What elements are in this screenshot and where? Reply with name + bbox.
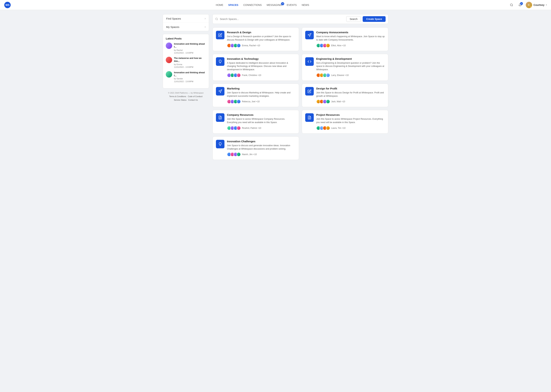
space-icon-company-announcements: [305, 31, 314, 39]
space-members: Ricahrd, Patrick +10: [227, 126, 296, 130]
spaces-grid: Research & Design Got a Design & Researc…: [213, 27, 388, 160]
space-icon-project-resources: [305, 113, 314, 122]
sidebar-nav: Find Spaces › My Spaces ›: [163, 14, 209, 31]
footer-contact-us[interactable]: Contact Us: [188, 99, 198, 101]
member-avatars: [227, 43, 241, 48]
space-card-innovation-technology[interactable]: Innovation & Technology A Space dedicate…: [213, 54, 299, 81]
member-names: Niamh, Jim +10: [242, 153, 257, 156]
navbar-right: 15 C Courtney ▾: [509, 2, 547, 8]
space-name: Design for Profit: [316, 87, 385, 90]
footer-code-of-conduct[interactable]: Code of Conduct: [188, 95, 202, 98]
nav-events[interactable]: EVENTS: [287, 4, 297, 7]
post-avatar-sandar: [166, 71, 172, 77]
search-button[interactable]: Search: [346, 16, 361, 22]
space-description: A Space dedicated to intelligent discuss…: [227, 61, 296, 71]
member-avatar: [237, 43, 241, 48]
space-name: Company Annoucements: [316, 31, 385, 34]
footer-copyright: © 2021 Shift Platforms — by Whitespace: [163, 91, 209, 95]
post-date: 11/01/2022 - 13:00PM: [174, 66, 206, 69]
navbar: WS HOME SPACES CONNECTIONS MESSAGING15 E…: [0, 0, 551, 10]
space-card-company-resources[interactable]: Company Resources Join this Space to ace…: [213, 110, 299, 133]
member-avatars: [316, 43, 330, 48]
footer-service-status[interactable]: Service Status: [174, 99, 187, 101]
member-names: Elliot, Alice +10: [331, 44, 346, 47]
space-icon-research-design: [216, 31, 224, 39]
member-avatars: [316, 99, 330, 104]
member-names: Larry, Eleanor +10: [331, 74, 349, 77]
space-description: Got a Design & Research question or prob…: [227, 35, 296, 42]
my-spaces-label: My Spaces: [166, 25, 179, 28]
user-profile[interactable]: C Courtney ▾: [526, 2, 547, 8]
search-icon: [510, 3, 513, 7]
space-members: Larry, Eleanor +10: [316, 73, 385, 77]
search-bar: Search Create Space: [213, 14, 388, 24]
post-title: The metaverse and how we thin...: [174, 57, 206, 63]
space-name: Research & Design: [227, 31, 296, 34]
space-members: Jack, Matt +10: [316, 99, 385, 104]
space-card-research-design[interactable]: Research & Design Got a Design & Researc…: [213, 27, 299, 51]
space-description: Got a Engineering & Development question…: [316, 61, 385, 71]
my-spaces-chevron-right-icon: ›: [205, 25, 206, 28]
post-meta: by Rachel: [174, 49, 206, 52]
space-description: Join this Space to discuss Design for Pr…: [316, 91, 385, 98]
search-input-icon: [215, 18, 218, 21]
member-avatars: [227, 152, 241, 156]
space-description: Join this Space to acess Whitespace Proj…: [316, 117, 385, 124]
messaging-badge: 15: [281, 2, 284, 5]
space-members: Emma, Rachel +10: [227, 43, 296, 48]
notifications-button[interactable]: 15: [517, 2, 523, 8]
svg-line-1: [512, 6, 513, 6]
member-names: Frank, Christine +10: [242, 74, 261, 77]
space-card-design-for-profit[interactable]: Design for Profit Join this Space to dis…: [302, 84, 388, 107]
space-members: Rebecca, Joel +10: [227, 99, 296, 104]
space-name: Marketing: [227, 87, 296, 90]
online-status-dot: [530, 7, 532, 8]
footer-terms[interactable]: Terms & Conditions: [169, 95, 186, 98]
space-icon-engineering-development: [305, 57, 314, 66]
member-avatars: [316, 126, 330, 130]
app-logo[interactable]: WS: [4, 2, 11, 8]
post-title: Innovation and thinking ahead f...: [174, 71, 206, 77]
space-card-project-resources[interactable]: Project Resources Join this Space to ace…: [302, 110, 388, 133]
sidebar-item-my-spaces[interactable]: My Spaces ›: [163, 23, 209, 31]
member-avatars: [227, 73, 241, 77]
space-card-company-announcements[interactable]: Company Annoucements Want to know what's…: [302, 27, 388, 51]
list-item[interactable]: Innovation and thinking ahead f... by Sa…: [166, 71, 206, 83]
nav-connections[interactable]: CONNECTIONS: [243, 4, 262, 7]
space-card-innovation-challenges[interactable]: Innovation Challenges Join Space to disc…: [213, 136, 299, 160]
member-avatar: [326, 99, 330, 104]
find-spaces-label: Find Spaces: [166, 17, 181, 20]
space-card-engineering-development[interactable]: Engineering & Development Got a Engineer…: [302, 54, 388, 81]
space-members: Laura, Tim +10: [316, 126, 385, 130]
space-icon-company-resources: [216, 113, 224, 122]
member-names: Laura, Tim +10: [331, 127, 345, 129]
post-date: 11/01/2022 - 13:00PM: [174, 52, 206, 54]
space-description: Want to know what's happening at Whitesp…: [316, 35, 385, 42]
sidebar-item-find-spaces[interactable]: Find Spaces ›: [163, 14, 209, 23]
user-chevron-down-icon: ▾: [546, 4, 547, 6]
list-item[interactable]: The metaverse and how we thin... by Emma…: [166, 57, 206, 69]
space-card-marketing[interactable]: Marketing Join Space to discuss Marketin…: [213, 84, 299, 107]
nav-news[interactable]: NEWS: [302, 4, 309, 7]
member-names: Ricahrd, Patrick +10: [242, 127, 261, 129]
create-space-button[interactable]: Create Space: [363, 16, 386, 22]
list-item[interactable]: Innovation and thinking ahead f... by Ra…: [166, 42, 206, 54]
member-names: Rebecca, Joel +10: [242, 100, 260, 103]
space-members: Frank, Christine +10: [227, 73, 296, 77]
member-avatar: [237, 126, 241, 130]
post-date: 11/01/2022 - 13:00PM: [174, 80, 206, 83]
nav-spaces[interactable]: SPACES: [228, 4, 238, 7]
nav-messaging[interactable]: MESSAGING15: [267, 4, 282, 7]
svg-point-2: [216, 18, 217, 20]
avatar: C: [526, 2, 532, 8]
member-avatar: [237, 152, 241, 156]
nav-home[interactable]: HOME: [216, 4, 223, 7]
main-content: Search Create Space Research & Design Go…: [213, 14, 388, 160]
space-description: Join Space to discuss and generate innov…: [227, 144, 296, 151]
post-meta: by Emma: [174, 63, 206, 66]
search-input[interactable]: [220, 18, 344, 21]
space-icon-marketing: [216, 87, 224, 96]
member-avatar: [237, 99, 241, 104]
search-button[interactable]: [509, 2, 514, 8]
member-avatars: [227, 99, 241, 104]
